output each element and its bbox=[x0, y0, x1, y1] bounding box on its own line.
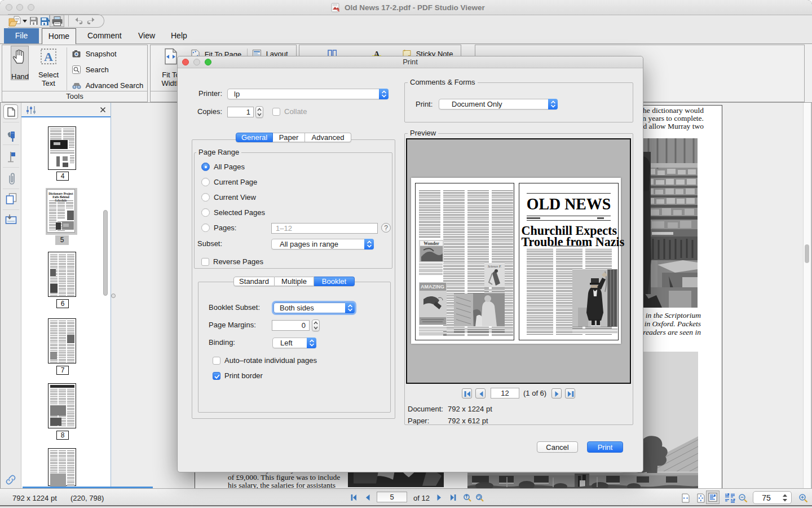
svg-text:Science F.: Science F. bbox=[488, 265, 501, 268]
svg-text:A: A bbox=[44, 50, 53, 64]
svg-text:AMAZING: AMAZING bbox=[421, 284, 444, 290]
svg-text:Wonder: Wonder bbox=[423, 241, 439, 246]
